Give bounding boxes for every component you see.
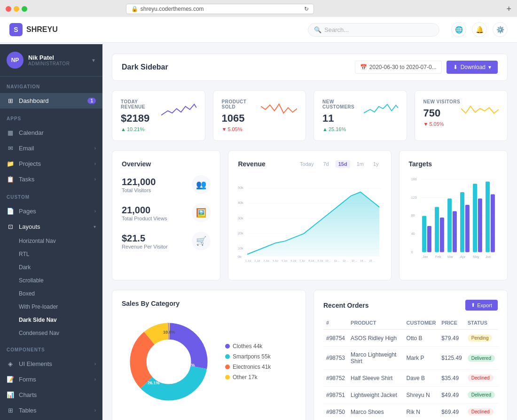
search-icon: 🔍 [314, 26, 321, 33]
sidebar-item-tables[interactable]: ⊞ Tables › [0, 403, 102, 418]
sidebar: NP Nik Patel ADMINISTRATOR ▼ NAVIGATION … [0, 44, 102, 420]
svg-text:May: May [473, 255, 479, 259]
svg-text:14 ...: 14 ... [360, 259, 367, 262]
sidebar-sub-horizontal-nav[interactable]: Horizontal Nav [0, 234, 102, 248]
sidebar-item-forms[interactable]: 📝 Forms › [0, 372, 102, 387]
arrow-up-icon: ▲ [322, 126, 328, 132]
tab-7d[interactable]: 7d [320, 160, 331, 168]
svg-rect-38 [422, 216, 426, 252]
order-id: #98754 [323, 330, 348, 347]
sidebar-item-charts[interactable]: 📊 Charts [0, 387, 102, 403]
header-search[interactable]: 🔍 Search... [308, 23, 439, 37]
order-status: Delivered [465, 387, 498, 404]
overview-item-product-views: 21,000 Total Product Views 🖼️ [122, 203, 211, 222]
sidebar-sub-scrollable[interactable]: Scrollable [0, 274, 102, 287]
bell-button[interactable]: 🔔 [472, 22, 487, 37]
svg-text:7 Jul: 7 Jul [299, 259, 305, 262]
maximize-dot[interactable] [22, 6, 27, 12]
visitors-icon: 👥 [192, 175, 211, 194]
sidebar-item-tasks[interactable]: 📋 Tasks › [0, 171, 102, 187]
order-product: Half Sleeve Shirt [348, 370, 404, 387]
tab-15d[interactable]: 15d [336, 160, 350, 168]
nav-section-components: COMPONENTS [0, 340, 102, 356]
browser-chrome: 🔒 shreyu.coderthemes.com ↻ + [0, 0, 517, 18]
svg-text:8 Jul: 8 Jul [309, 259, 314, 262]
browser-dots [6, 6, 27, 12]
minimize-dot[interactable] [14, 6, 19, 12]
overview-label: Total Visitors [122, 187, 156, 193]
orders-header: Recent Orders ⬆ Export [323, 300, 498, 311]
stat-value: $2189 [121, 112, 161, 124]
legend-electronics: Electronics 41k [225, 364, 271, 370]
overview-item-info: 121,000 Total Visitors [122, 177, 156, 193]
sidebar-item-label: Email [19, 145, 90, 152]
overview-item-revenue-per-visitor: $21.5 Revenue Per Visitor 🛒 [122, 232, 211, 250]
layouts-icon: ⊡ [7, 223, 14, 230]
sidebar-sub-condensed-nav[interactable]: Condensed Nav [0, 327, 102, 340]
sidebar-sub-pre-loader[interactable]: With Pre-loader [0, 300, 102, 313]
sidebar-sub-rtl[interactable]: RTL [0, 248, 102, 261]
svg-text:1 Jul: 1 Jul [245, 259, 251, 262]
order-product: Marco Lightweight Shirt [348, 347, 404, 370]
sidebar-item-ui-elements[interactable]: ◈ UI Elements › [0, 356, 102, 372]
sidebar-item-calendar[interactable]: ▦ Calendar [0, 125, 102, 140]
stat-value: 750 [423, 107, 461, 119]
top-header: S SHREYU 🔍 Search... 🌐 🔔 ⚙️ [0, 18, 517, 43]
col-product: Product [348, 316, 404, 330]
tab-1y[interactable]: 1y [370, 160, 382, 168]
new-tab-button[interactable]: + [506, 4, 511, 14]
svg-text:20k: 20k [238, 231, 243, 235]
svg-text:Apr: Apr [460, 255, 466, 259]
svg-text:10k: 10k [238, 246, 243, 250]
sidebar-sub-dark[interactable]: Dark [0, 261, 102, 274]
gear-button[interactable]: ⚙️ [493, 22, 508, 37]
refresh-icon[interactable]: ↻ [304, 6, 309, 12]
sidebar-item-pages[interactable]: 📄 Pages › [0, 203, 102, 219]
stat-label: PRODUCT SOLD [222, 99, 261, 109]
sidebar-sub-dark-side-nav[interactable]: Dark Side Nav [0, 313, 102, 327]
chevron-right-icon: › [94, 146, 96, 151]
svg-text:120: 120 [411, 195, 416, 200]
globe-button[interactable]: 🌐 [451, 22, 466, 37]
export-button[interactable]: ⬆ Export [465, 300, 498, 311]
svg-rect-47 [478, 199, 482, 252]
svg-text:Feb: Feb [435, 255, 441, 259]
sidebar-item-label: Projects [19, 160, 90, 167]
stat-card-product-sold: PRODUCT SOLD 1065 ▼ 5.05% [213, 90, 306, 141]
revenue-sparkline [161, 99, 196, 120]
overview-item-visitors: 121,000 Total Visitors 👥 [122, 175, 211, 194]
stat-info: NEW CUSTOMERS 11 ▲ 25.16% [322, 99, 364, 132]
download-button[interactable]: ⬇ Download ▾ [446, 61, 498, 74]
svg-text:15 ...: 15 ... [369, 259, 376, 262]
order-price: $69.49 [439, 404, 464, 420]
sidebar-item-label: Layouts [19, 223, 89, 230]
close-dot[interactable] [6, 6, 11, 12]
tab-today[interactable]: Today [297, 160, 316, 168]
browser-url-bar[interactable]: 🔒 shreyu.coderthemes.com ↻ [126, 4, 314, 14]
orders-table-body: #98754 ASOS Ridley High Otto B $79.49 Pe… [323, 330, 498, 420]
order-status: Pending [465, 330, 498, 347]
tab-1m[interactable]: 1m [354, 160, 367, 168]
stat-label: NEW CUSTOMERS [322, 99, 364, 109]
sidebar-item-label: Tables [19, 407, 90, 414]
date-range-picker[interactable]: 📅 2020-06-30 to 2020-07-0... [355, 61, 442, 74]
sidebar-item-layouts[interactable]: ⊡ Layouts ▾ [0, 219, 102, 234]
revenue-per-visitor-icon: 🛒 [192, 232, 211, 250]
sidebar-item-email[interactable]: ✉ Email › [0, 140, 102, 156]
overview-item-info: 21,000 Total Product Views [122, 205, 167, 221]
dashboard-icon: ⊞ [7, 97, 14, 104]
overview-value: 121,000 [122, 177, 156, 187]
sidebar-sub-boxed[interactable]: Boxed [0, 287, 102, 300]
user-profile[interactable]: NP Nik Patel ADMINISTRATOR ▼ [0, 44, 102, 77]
export-icon: ⬆ [471, 302, 475, 308]
recent-orders-card: Recent Orders ⬆ Export # Product Custome… [313, 290, 508, 420]
donut-chart: 28.0% 35.0% 26.1% 10.8% [122, 315, 216, 409]
svg-text:3 Jul: 3 Jul [264, 259, 269, 262]
order-product: ASOS Ridley High [348, 330, 404, 347]
forms-icon: 📝 [7, 376, 14, 383]
sidebar-item-projects[interactable]: 📁 Projects › [0, 156, 102, 171]
sidebar-item-label: Charts [19, 391, 96, 398]
svg-text:12 ...: 12 ... [343, 259, 349, 262]
logo-text: SHREYU [26, 25, 58, 34]
sidebar-item-dashboard[interactable]: ⊞ Dashboard 1 [0, 93, 102, 109]
